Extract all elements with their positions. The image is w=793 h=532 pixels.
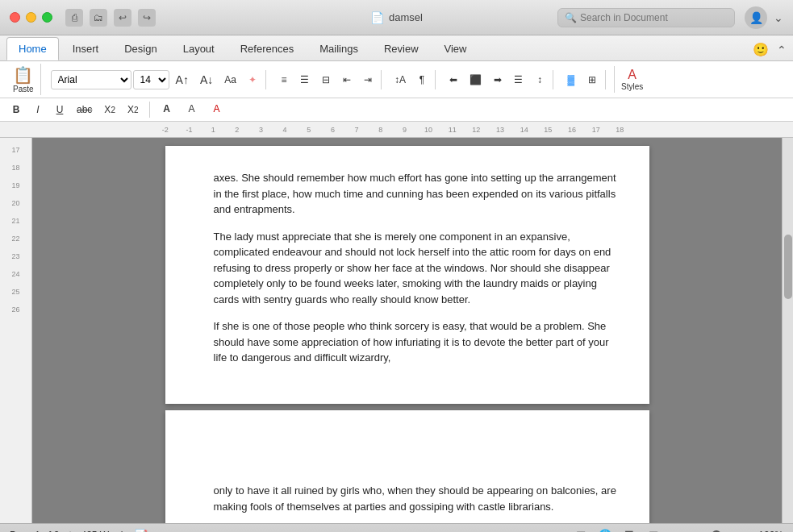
clear-format-button[interactable]: ✦	[243, 70, 262, 89]
title-center: 📄 damsel	[370, 11, 423, 24]
status-right: ▦ 🌐 ☰ ▤ － ＋ 100%	[574, 528, 783, 533]
font-size-select[interactable]: 14	[133, 70, 169, 89]
increase-font-button[interactable]: A↑	[171, 70, 194, 89]
font-color-button[interactable]: A	[206, 100, 228, 119]
vertical-scrollbar[interactable]	[782, 138, 793, 523]
justify-button[interactable]: ☰	[509, 70, 528, 89]
tab-review[interactable]: Review	[372, 37, 431, 60]
align-right-button[interactable]: ➡	[488, 70, 507, 89]
document-area[interactable]: axes. She should remember how much effor…	[32, 138, 782, 523]
bold-button[interactable]: B	[6, 100, 26, 119]
redo-icon[interactable]: ↪	[138, 9, 156, 27]
toolbar-row1: 📋 Paste Arial 14 A↑ A↓ Aa ✦ ≡ ☰ ⊟ ⇤ ⇥ ↕A…	[0, 61, 793, 98]
decrease-indent-button[interactable]: ⇤	[337, 70, 357, 89]
paragraph-3: If she is one of those people who think …	[214, 318, 617, 366]
show-marks-button[interactable]: ¶	[412, 70, 432, 89]
title-bar-icons: ⎙ 🗂 ↩ ↪	[65, 9, 156, 27]
toolbar-row2: B I U abc X2 X2 A A A	[0, 98, 793, 122]
layout-view-icon[interactable]: ▦	[574, 528, 588, 533]
italic-button[interactable]: I	[28, 100, 48, 119]
minimize-button[interactable]	[26, 12, 36, 23]
traffic-lights	[10, 12, 52, 23]
underline-button[interactable]: U	[50, 100, 69, 119]
styles-label: Styles	[621, 82, 643, 91]
paste-icon: 📋	[13, 65, 33, 85]
toolbar-divider	[149, 102, 150, 118]
text-color-button[interactable]: A	[156, 100, 178, 119]
search-input[interactable]	[580, 12, 728, 23]
user-account-button[interactable]: 👤	[745, 6, 767, 29]
horizontal-ruler: -2 -1 1 2 3 4 5 6 7 8 9 10 11 12 13 14 1…	[0, 122, 793, 138]
border-button[interactable]: ⊞	[582, 70, 602, 89]
paragraph-4: only to have it all ruined by girls who,…	[214, 483, 617, 514]
line-spacing-button[interactable]: ↕	[530, 70, 549, 89]
increase-indent-button[interactable]: ⇥	[358, 70, 378, 89]
tab-design[interactable]: Design	[112, 37, 169, 60]
search-bar[interactable]: 🔍	[557, 8, 735, 27]
main-content-area: 17 18 19 20 21 22 23 24 25 26 axes. She …	[0, 138, 793, 523]
tab-mailings[interactable]: Mailings	[307, 37, 370, 60]
bullet-list-button[interactable]: ≡	[274, 70, 294, 89]
color-section: ▓ ⊞	[558, 70, 606, 89]
tab-home[interactable]: Home	[6, 37, 59, 60]
vertical-ruler: 17 18 19 20 21 22 23 24 25 26	[0, 138, 32, 523]
page-info: Page 1 of 2	[10, 530, 59, 533]
decrease-font-button[interactable]: A↓	[195, 70, 218, 89]
search-icon: 🔍	[565, 12, 577, 23]
paste-label: Paste	[13, 85, 34, 94]
numbered-list-button[interactable]: ☰	[295, 70, 315, 89]
scrollbar-thumb[interactable]	[784, 235, 792, 299]
list-section: ≡ ☰ ⊟ ⇤ ⇥	[271, 70, 382, 89]
word-count: 435 Words	[81, 530, 128, 533]
tab-layout[interactable]: Layout	[171, 37, 227, 60]
shading-button[interactable]: ▓	[561, 70, 581, 89]
zoom-control[interactable]: － ＋	[670, 528, 745, 532]
styles-icon: A	[628, 68, 636, 82]
styles-button[interactable]: A Styles	[614, 66, 649, 93]
web-view-icon[interactable]: 🌐	[598, 528, 612, 533]
page-2-content[interactable]: only to have it all ruined by girls who,…	[214, 434, 617, 514]
align-left-button[interactable]: ⬅	[444, 70, 463, 89]
focus-view-icon[interactable]: ▤	[646, 528, 661, 533]
status-left: Page 1 of 2 | 435 Words 📝	[10, 528, 148, 533]
align-center-button[interactable]: ⬛	[465, 70, 486, 89]
strikethrough-button[interactable]: abc	[72, 100, 97, 119]
subscript-button[interactable]: X2	[99, 100, 120, 119]
change-case-button[interactable]: Aa	[219, 70, 241, 89]
format-section: ⬅ ⬛ ➡ ☰ ↕	[440, 70, 553, 89]
folder-icon[interactable]: 🗂	[90, 9, 107, 27]
print-icon[interactable]: ⎙	[65, 9, 83, 27]
page-2: only to have it all ruined by girls who,…	[165, 410, 649, 523]
undo-icon[interactable]: ↩	[114, 9, 131, 27]
document-title: damsel	[389, 11, 423, 23]
paragraph-1: axes. She should remember how much effor…	[214, 170, 617, 218]
paste-button[interactable]: 📋 Paste	[6, 64, 41, 95]
ribbon-collapse-icon[interactable]: ⌃	[777, 44, 787, 56]
superscript-button[interactable]: X2	[123, 100, 144, 119]
status-bar: Page 1 of 2 | 435 Words 📝 ▦ 🌐 ☰ ▤ － ＋ 10…	[0, 523, 793, 532]
page-1: axes. She should remember how much effor…	[165, 146, 649, 404]
ribbon-tabs: Home Insert Design Layout References Mai…	[0, 35, 793, 61]
highlight-button[interactable]: A	[181, 100, 203, 119]
paragraph-2: The lady must appreciate that she is mer…	[214, 229, 617, 308]
emoji-button[interactable]: 🙂	[751, 40, 770, 59]
ruler-marks: -2 -1 1 2 3 4 5 6 7 8 9 10 11 12 13 14 1…	[153, 126, 632, 134]
maximize-button[interactable]	[42, 12, 52, 23]
font-section: Arial 14 A↑ A↓ Aa ✦	[48, 70, 266, 89]
tab-references[interactable]: References	[228, 37, 306, 60]
page-1-content[interactable]: axes. She should remember how much effor…	[214, 170, 617, 366]
sort-section: ↕A ¶	[386, 70, 436, 89]
font-family-select[interactable]: Arial	[51, 70, 131, 89]
chevron-down-icon[interactable]: ⌄	[774, 11, 783, 24]
sort-button[interactable]: ↕A	[390, 70, 411, 89]
tab-insert[interactable]: Insert	[61, 37, 111, 60]
track-changes-icon[interactable]: 📝	[134, 528, 148, 533]
close-button[interactable]	[10, 12, 20, 23]
zoom-percent: 100%	[754, 530, 783, 533]
multilevel-list-button[interactable]: ⊟	[316, 70, 336, 89]
tab-view[interactable]: View	[432, 37, 479, 60]
title-bar: ⎙ 🗂 ↩ ↪ 📄 damsel 🔍 👤 ⌄	[0, 0, 793, 35]
document-icon: 📄	[370, 11, 384, 24]
list-view-icon[interactable]: ☰	[622, 528, 636, 533]
